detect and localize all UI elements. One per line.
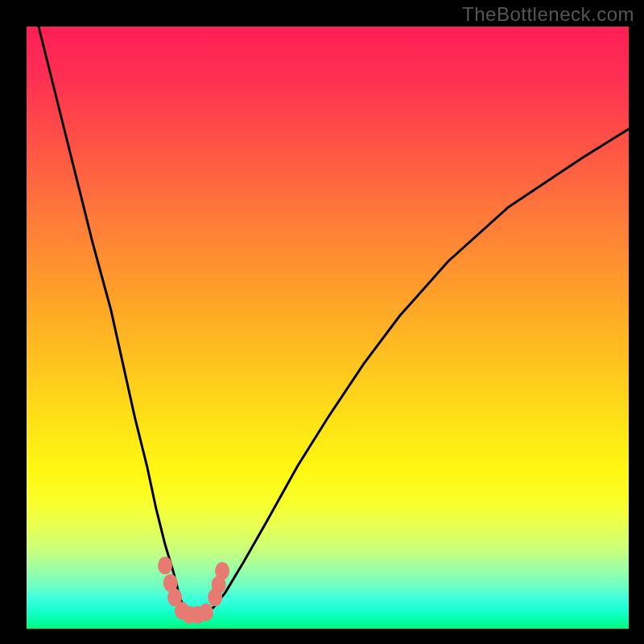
marker-left-cluster-upper bbox=[158, 556, 172, 574]
marker-bottom-d bbox=[199, 604, 213, 621]
plot-area bbox=[27, 27, 629, 629]
marker-right-cluster-upper bbox=[215, 562, 229, 580]
bottleneck-curve bbox=[39, 27, 629, 616]
marker-group bbox=[158, 556, 229, 623]
watermark-text: TheBottleneck.com bbox=[462, 3, 634, 26]
chart-frame: TheBottleneck.com bbox=[0, 0, 644, 644]
curve-layer bbox=[27, 27, 629, 629]
